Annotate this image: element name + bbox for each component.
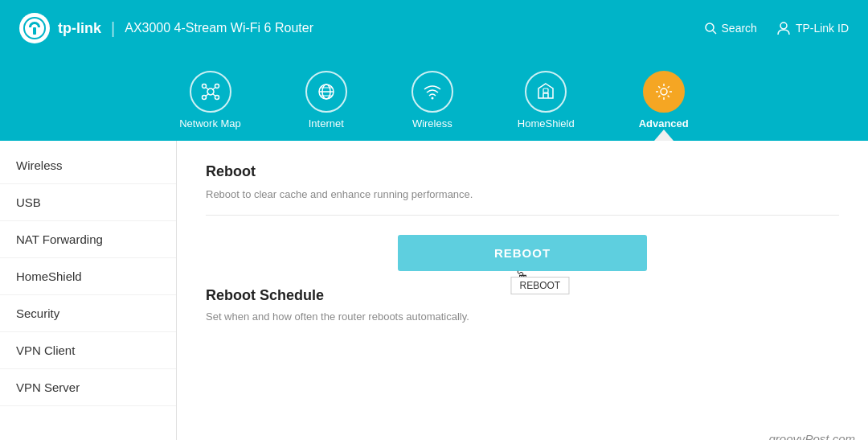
nav-item-advanced[interactable]: Advanced (607, 63, 721, 141)
svg-point-2 (706, 23, 714, 31)
svg-point-7 (215, 84, 219, 88)
svg-line-3 (713, 31, 716, 34)
advanced-icon-circle (643, 71, 685, 113)
network-map-icon (200, 81, 221, 102)
brand-name: tp-link (58, 20, 101, 37)
sidebar-item-vpn-server[interactable]: VPN Server (0, 369, 176, 406)
internet-icon (316, 81, 337, 102)
nav-bar: Network Map Internet Wireless (0, 56, 868, 141)
main-layout: Wireless USB NAT Forwarding HomeShield S… (0, 141, 868, 440)
wireless-icon (422, 81, 443, 102)
sidebar-item-usb[interactable]: USB (0, 184, 176, 221)
svg-rect-20 (543, 88, 548, 93)
sidebar-item-vpn-client[interactable]: VPN Client (0, 332, 176, 369)
search-icon (704, 22, 717, 35)
header-actions: Search TP-Link ID (704, 21, 849, 35)
search-label: Search (722, 22, 757, 35)
logo: tp-link (19, 13, 101, 43)
account-button[interactable]: TP-Link ID (776, 21, 849, 35)
watermark: groovyPost.com (768, 432, 855, 440)
svg-point-6 (202, 84, 206, 88)
homeshield-icon-circle (525, 71, 567, 113)
sidebar-item-homeshield[interactable]: HomeShield (0, 258, 176, 295)
homeshield-icon (535, 81, 556, 102)
nav-label-network-map: Network Map (179, 117, 241, 130)
logo-icon (19, 13, 50, 43)
internet-icon-circle (305, 71, 347, 113)
nav-item-internet[interactable]: Internet (273, 63, 379, 141)
search-button[interactable]: Search (704, 22, 757, 35)
nav-label-internet: Internet (309, 117, 344, 130)
sidebar: Wireless USB NAT Forwarding HomeShield S… (0, 141, 177, 440)
svg-point-21 (661, 88, 667, 95)
header-divider: | (111, 19, 115, 38)
svg-point-19 (431, 97, 433, 100)
nav-item-wireless[interactable]: Wireless (379, 63, 485, 141)
header: tp-link | AX3000 4-Stream Wi-Fi 6 Router… (0, 0, 868, 56)
reboot-button[interactable]: REBOOT (398, 235, 647, 271)
nav-label-wireless: Wireless (412, 117, 452, 130)
network-map-icon-circle (190, 71, 231, 113)
reboot-section-title: Reboot (206, 163, 839, 180)
svg-point-9 (215, 96, 219, 100)
schedule-section-title: Reboot Schedule (206, 287, 839, 304)
sidebar-item-security[interactable]: Security (0, 295, 176, 332)
schedule-section-desc: Set when and how often the router reboot… (206, 310, 839, 323)
content-area: Reboot Reboot to clear cache and enhance… (177, 141, 868, 440)
nav-item-network-map[interactable]: Network Map (147, 63, 273, 141)
svg-point-8 (202, 96, 206, 100)
wireless-icon-circle (411, 71, 453, 113)
svg-point-4 (780, 23, 787, 29)
svg-rect-1 (33, 27, 36, 35)
advanced-icon (653, 81, 674, 102)
reboot-section-desc: Reboot to clear cache and enhance runnin… (206, 188, 839, 216)
nav-item-homeshield[interactable]: HomeShield (485, 63, 607, 141)
nav-label-homeshield: HomeShield (518, 117, 575, 130)
device-model: AX3000 4-Stream Wi-Fi 6 Router (125, 21, 313, 35)
account-icon (776, 21, 791, 35)
reboot-button-area: REBOOT 🖱 REBOOT (206, 235, 839, 271)
sidebar-item-wireless[interactable]: Wireless (0, 147, 176, 184)
nav-label-advanced: Advanced (639, 117, 689, 130)
account-label: TP-Link ID (796, 22, 849, 35)
sidebar-item-nat-forwarding[interactable]: NAT Forwarding (0, 221, 176, 258)
cursor-icon: 🖱 (514, 269, 530, 287)
